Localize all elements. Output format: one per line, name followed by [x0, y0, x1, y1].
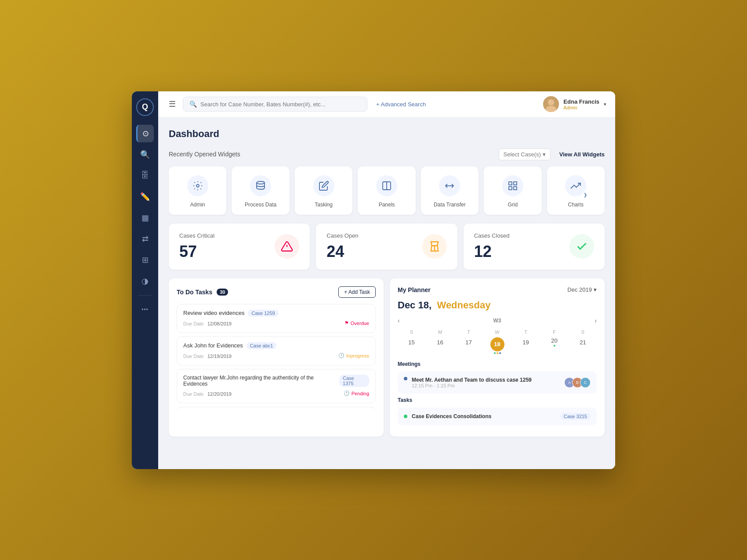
- cal-day-21[interactable]: 21: [569, 337, 597, 354]
- stat-closed-left: Cases Closed 12: [474, 232, 510, 261]
- cal-day-15[interactable]: 15: [398, 337, 425, 354]
- week-next-icon[interactable]: ›: [595, 317, 597, 324]
- user-profile-area[interactable]: Edna Francis Admin ▾: [543, 96, 606, 112]
- dot-orange: [497, 352, 498, 354]
- tasks-title-row: To Do Tasks 30: [177, 289, 228, 296]
- menu-icon[interactable]: ☰: [167, 98, 178, 111]
- task-name-1: Review video evidences: [183, 310, 244, 316]
- sidebar-item-database[interactable]: 🗄: [136, 167, 154, 184]
- task-name-2: Ask John for Evidences: [183, 342, 243, 349]
- search-input[interactable]: [200, 101, 361, 108]
- planner-date-row: Dec 18, Wednesday: [398, 300, 597, 311]
- panels-icon: ▦: [141, 213, 149, 223]
- cal-header-w: W: [483, 328, 511, 336]
- cal-day-18-today[interactable]: 18: [483, 337, 511, 354]
- critical-icon-circle: [275, 234, 299, 259]
- topbar: ☰ 🔍 + Advanced Search Edna Francis: [158, 91, 615, 118]
- task-planner-name: Case Evidences Consolidations: [412, 413, 560, 419]
- week-label: W3: [493, 318, 501, 324]
- add-task-label: + Add Task: [344, 289, 370, 295]
- sidebar-item-dashboard[interactable]: ⊙: [136, 125, 154, 142]
- recently-opened-title: Recently Opened Widgets: [169, 151, 240, 158]
- meeting-content: Meet Mr. Aethan and Team to discuss case…: [404, 377, 564, 388]
- add-task-button[interactable]: + Add Task: [338, 286, 376, 298]
- task-case-tag-2: Case abc1: [247, 342, 277, 349]
- due-date-label-3: Due Date: [183, 391, 203, 397]
- task-bottom-3: Due Date 12/20/2019 🕐 Pending: [183, 390, 369, 397]
- task-item: Review video evidences Case 1259 Due Dat…: [177, 304, 376, 333]
- tasks-header: To Do Tasks 30 + Add Task: [177, 286, 376, 298]
- cal-day-16[interactable]: 16: [426, 337, 454, 354]
- widget-charts[interactable]: ❯ Charts: [547, 166, 605, 215]
- sidebar-item-transfer[interactable]: ⇄: [136, 230, 154, 248]
- week-prev-icon[interactable]: ‹: [398, 317, 400, 324]
- planner-panel: My Planner Dec 2019 ▾ Dec 18, Wednesday …: [390, 278, 605, 437]
- search-sidebar-icon: 🔍: [140, 150, 150, 159]
- task-case-tag-3: Case 1375: [339, 375, 369, 387]
- week-nav: ‹ W3 ›: [398, 317, 597, 324]
- svg-point-4: [257, 181, 265, 184]
- cal-header-s1: S: [398, 328, 425, 336]
- sidebar-item-search[interactable]: 🔍: [136, 146, 154, 163]
- task-due-1: Due Date 12/08/2019: [183, 319, 232, 327]
- sidebar-item-charts[interactable]: ◑: [136, 272, 154, 290]
- stat-closed-label: Cases Closed: [474, 232, 510, 239]
- advanced-search-button[interactable]: + Advanced Search: [373, 99, 429, 109]
- widget-admin[interactable]: Admin: [169, 166, 226, 215]
- task-status-2: 🕐 Inprogress: [338, 353, 369, 358]
- more-icon: •••: [141, 307, 149, 313]
- app-logo[interactable]: Q: [136, 98, 154, 116]
- due-date-val-1: 12/08/2019: [207, 321, 232, 326]
- search-container[interactable]: 🔍: [183, 97, 367, 112]
- grid-icon-wrap: [502, 175, 523, 196]
- widget-tasking[interactable]: Tasking: [295, 166, 352, 215]
- tasks-scroll-area[interactable]: Review video evidences Case 1259 Due Dat…: [177, 304, 376, 409]
- task-status-3: 🕐 Pending: [344, 390, 369, 396]
- stat-card-critical: Cases Critical 57: [169, 224, 310, 270]
- meetings-section-title: Meetings: [398, 361, 597, 367]
- page-title: Dashboard: [169, 128, 605, 140]
- widget-grid-label: Grid: [508, 202, 518, 208]
- closed-icon-circle: [569, 234, 594, 259]
- sidebar-item-grid[interactable]: ⊞: [136, 251, 154, 269]
- stat-critical-left: Cases Critical 57: [179, 232, 214, 261]
- select-cases-dropdown[interactable]: Select Case(s) ▾: [499, 148, 551, 160]
- due-date-val-2: 12/19/2019: [207, 354, 232, 359]
- task-planner-dot: [404, 415, 407, 418]
- widget-panels-label: Panels: [379, 202, 395, 208]
- main-area: ☰ 🔍 + Advanced Search Edna Francis: [158, 91, 615, 469]
- inprogress-label: Inprogress: [346, 353, 369, 358]
- meeting-avatars: A B C: [564, 377, 591, 388]
- stat-open-label: Cases Open: [326, 232, 358, 239]
- task-bottom-2: Due Date 12/19/2019 🕐 Inprogress: [183, 352, 369, 360]
- cal-day-19[interactable]: 19: [512, 337, 540, 354]
- overdue-icon: ⚑: [344, 320, 349, 326]
- view-all-widgets-button[interactable]: View All Widgets: [559, 151, 605, 158]
- widget-process-data[interactable]: Process Data: [232, 166, 289, 215]
- process-data-icon-wrap: [250, 175, 271, 196]
- task-due-2: Due Date 12/19/2019: [183, 352, 232, 360]
- task-planner-item: Case Evidences Consolidations Case 3215: [398, 408, 597, 425]
- task-planner-case-tag: Case 3215: [560, 413, 591, 420]
- cal-day-20[interactable]: 20: [540, 337, 568, 354]
- widget-data-transfer[interactable]: Data Transfer: [421, 166, 479, 215]
- task-item: Contact lawyer Mr.John regarding the aut…: [177, 369, 376, 403]
- content: Dashboard Recently Opened Widgets Select…: [158, 118, 615, 469]
- sidebar-item-edit[interactable]: ✏️: [136, 188, 154, 206]
- widget-admin-label: Admin: [190, 202, 205, 208]
- cal-header-t2: T: [512, 328, 540, 336]
- svg-rect-9: [514, 182, 517, 185]
- cal-header-s2: S: [569, 328, 597, 336]
- planner-month-selector[interactable]: Dec 2019 ▾: [567, 286, 597, 293]
- planner-current-day: Wednesday: [437, 300, 491, 311]
- cal-day-17[interactable]: 17: [455, 337, 482, 354]
- dot-blue: [499, 352, 501, 354]
- sidebar-item-panels[interactable]: ▦: [136, 209, 154, 227]
- select-cases-label: Select Case(s): [504, 151, 541, 158]
- sidebar-item-more[interactable]: •••: [136, 301, 154, 318]
- stat-card-closed: Cases Closed 12: [464, 224, 605, 270]
- transfer-icon: ⇄: [142, 234, 149, 244]
- widget-grid[interactable]: Grid: [484, 166, 541, 215]
- widget-panels[interactable]: Panels: [358, 166, 415, 215]
- overdue-label: Overdue: [351, 321, 369, 326]
